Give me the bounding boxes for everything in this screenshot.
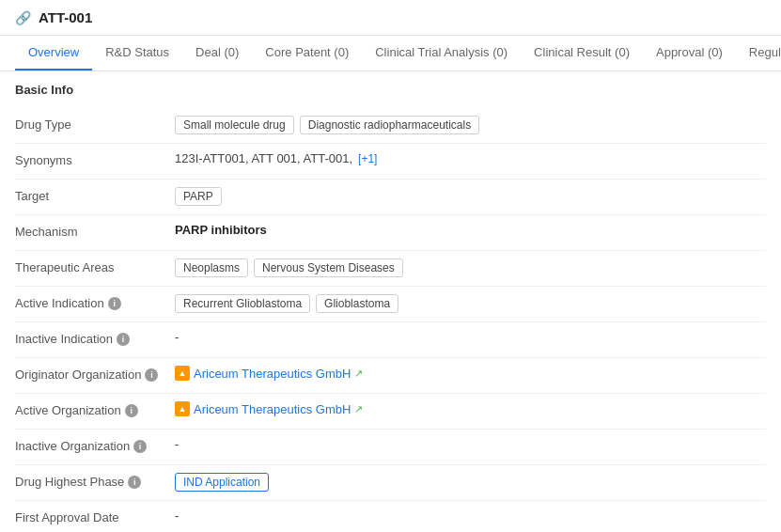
row-value: Recurrent GlioblastomaGlioblastoma [175, 294, 766, 313]
info-icon[interactable]: i [125, 404, 138, 417]
dash-value: - [175, 509, 179, 523]
row-first-approval-date: First Approval Date- [15, 501, 766, 532]
row-label: Synonyms [15, 151, 175, 167]
row-inactive-indication: Inactive Indicationi- [15, 322, 766, 358]
row-value: 123I-ATT001, ATT 001, ATT-001, [+1] [175, 151, 766, 165]
row-label: Target [15, 187, 175, 203]
row-drug-type: Drug TypeSmall molecule drugDiagnostic r… [15, 108, 766, 144]
external-link-icon[interactable]: ↗ [354, 403, 363, 415]
row-label: Mechanism [15, 223, 175, 239]
external-link-icon[interactable]: ↗ [354, 368, 363, 380]
row-value: Small molecule drugDiagnostic radiopharm… [175, 116, 766, 134]
row-inactive-organization: Inactive Organizationi- [15, 430, 766, 465]
row-label: Inactive Organizationi [15, 437, 175, 453]
row-value: ▲Ariceum Therapeutics GmbH ↗ [175, 366, 766, 381]
tag: Diagnostic radiopharmaceuticals [300, 116, 479, 134]
row-label: Inactive Indicationi [15, 330, 175, 346]
tab-clinicalresult0[interactable]: Clinical Result (0) [521, 36, 643, 70]
mechanism-text: PARP inhibitors [175, 223, 267, 237]
org-entry: ▲Ariceum Therapeutics GmbH ↗ [175, 401, 363, 416]
info-icon[interactable]: i [108, 297, 121, 310]
row-value: - [175, 509, 766, 523]
tag: Glioblastoma [316, 294, 398, 313]
row-value: ▲Ariceum Therapeutics GmbH ↗ [175, 401, 766, 416]
info-icon[interactable]: i [117, 333, 130, 346]
tag: Small molecule drug [175, 116, 294, 134]
row-value: PARP [175, 187, 766, 206]
org-icon: ▲ [175, 366, 190, 381]
row-mechanism: MechanismPARP inhibitors [15, 215, 766, 251]
row-label: Active Organizationi [15, 401, 175, 417]
phase-tag[interactable]: IND Application [175, 473, 269, 492]
row-active-organization: Active Organizationi▲Ariceum Therapeutic… [15, 394, 766, 430]
info-icon[interactable]: i [133, 440, 147, 453]
tab-approval0[interactable]: Approval (0) [643, 36, 736, 70]
row-value: PARP inhibitors [175, 223, 766, 237]
tab-regulation0[interactable]: Regulation (0) [736, 36, 781, 70]
row-drug-highest-phase: Drug Highest PhaseiIND Application [15, 465, 766, 501]
row-active-indication: Active IndicationiRecurrent Glioblastoma… [15, 287, 766, 322]
tab-corepatent0[interactable]: Core Patent (0) [252, 36, 362, 70]
row-label: Active Indicationi [15, 294, 175, 310]
tab-deal0[interactable]: Deal (0) [182, 36, 252, 70]
info-icon[interactable]: i [145, 368, 158, 382]
row-originator-organization: Originator Organizationi▲Ariceum Therape… [15, 358, 766, 394]
title-icon: 🔗 [15, 10, 31, 25]
row-value: NeoplasmsNervous System Diseases [175, 258, 766, 277]
tag: Neoplasms [175, 258, 248, 277]
section-title: Basic Info [15, 83, 766, 97]
row-label: Originator Organizationi [15, 366, 175, 382]
row-label: Drug Type [15, 116, 175, 132]
info-icon[interactable]: i [128, 476, 141, 489]
main-content: Basic Info Drug TypeSmall molecule drugD… [0, 71, 781, 532]
org-icon: ▲ [175, 401, 190, 416]
dash-value: - [175, 330, 179, 344]
row-label: Therapeutic Areas [15, 258, 175, 274]
tag: Nervous System Diseases [254, 258, 403, 277]
tab-bar: OverviewR&D StatusDeal (0)Core Patent (0… [0, 36, 781, 71]
title-bar: 🔗 ATT-001 [0, 0, 781, 36]
org-entry: ▲Ariceum Therapeutics GmbH ↗ [175, 366, 363, 381]
row-value: IND Application [175, 473, 766, 492]
org-name[interactable]: Ariceum Therapeutics GmbH [194, 367, 351, 381]
row-label: Drug Highest Phasei [15, 473, 175, 489]
dash-value: - [175, 437, 179, 451]
row-value: - [175, 437, 766, 451]
more-link[interactable]: [+1] [358, 152, 377, 165]
row-therapeutic-areas: Therapeutic AreasNeoplasmsNervous System… [15, 251, 766, 287]
synonyms-text: 123I-ATT001, ATT 001, ATT-001, [175, 151, 352, 165]
page-title: ATT-001 [39, 9, 92, 25]
org-name[interactable]: Ariceum Therapeutics GmbH [194, 402, 351, 416]
tab-r&dstatus[interactable]: R&D Status [92, 36, 182, 70]
row-synonyms: Synonyms123I-ATT001, ATT 001, ATT-001, [… [15, 144, 766, 180]
tab-overview[interactable]: Overview [15, 36, 92, 70]
tag: PARP [175, 187, 222, 206]
row-value: - [175, 330, 766, 344]
row-target: TargetPARP [15, 180, 766, 215]
row-label: First Approval Date [15, 509, 175, 524]
tag: Recurrent Glioblastoma [175, 294, 310, 313]
tab-clinicaltrialanalysis0[interactable]: Clinical Trial Analysis (0) [362, 36, 521, 70]
